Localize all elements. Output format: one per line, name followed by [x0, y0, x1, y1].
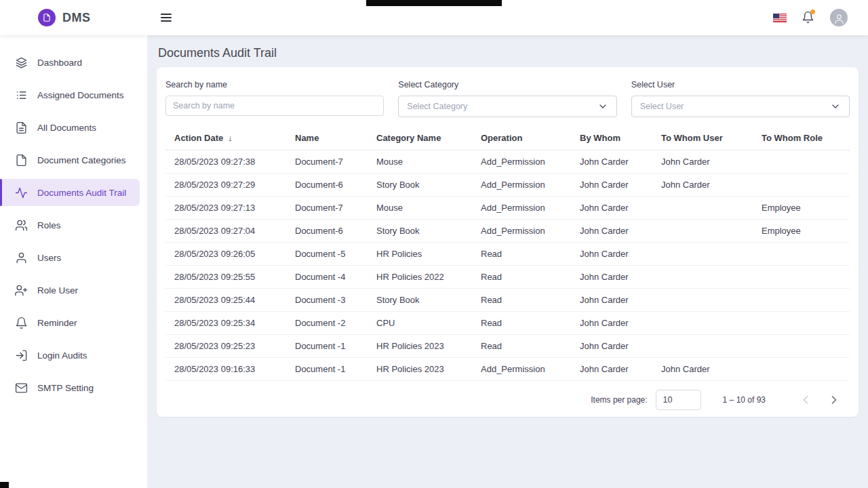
table-cell: Document -3	[286, 289, 368, 312]
next-page-button[interactable]	[825, 391, 843, 409]
table-row: 28/05/2023 09:27:13Document-7MouseAdd_Pe…	[165, 197, 850, 220]
chevron-left-icon	[799, 393, 812, 407]
chevron-right-icon	[827, 393, 841, 407]
table-cell: Employee	[753, 220, 850, 243]
top-notch-bar	[366, 0, 502, 6]
table-body: 28/05/2023 09:27:38Document-7MouseAdd_Pe…	[165, 150, 850, 381]
user-avatar[interactable]	[830, 9, 848, 26]
column-header-action-date[interactable]: Action Date↓	[165, 126, 286, 150]
table-cell: HR Policies 2023	[368, 358, 472, 381]
table-cell: John Carder	[652, 150, 753, 174]
table-cell: Add_Permission	[472, 150, 571, 174]
sidebar-item-all-documents[interactable]: All Documents	[0, 114, 140, 141]
user-select[interactable]: Select User	[631, 96, 850, 117]
items-per-page-input[interactable]	[656, 390, 701, 410]
table-cell: John Carder	[571, 220, 652, 243]
sidebar-item-assigned-documents[interactable]: Assigned Documents	[0, 81, 140, 108]
sidebar-item-login-audits[interactable]: Login Audits	[0, 342, 140, 369]
sidebar-item-reminder[interactable]: Reminder	[0, 309, 140, 336]
table-cell: 28/05/2023 09:26:05	[165, 243, 286, 266]
table-row: 28/05/2023 09:25:34Document -2CPUReadJoh…	[165, 312, 850, 335]
sidebar-item-label: Login Audits	[37, 350, 87, 361]
table-cell	[753, 150, 850, 174]
sidebar-item-role-user[interactable]: Role User	[0, 277, 140, 304]
table-cell: Document -4	[286, 266, 368, 289]
items-per-page-label: Items per page:	[591, 395, 647, 405]
notifications-bell-icon[interactable]	[802, 11, 815, 24]
sidebar-item-label: Document Categories	[37, 155, 126, 165]
sidebar-item-label: Assigned Documents	[37, 90, 124, 100]
user-filter: Select User Select User	[631, 80, 850, 117]
table-cell: 28/05/2023 09:25:44	[165, 289, 286, 312]
chevron-down-icon	[597, 101, 608, 112]
table-cell: Document-7	[286, 197, 368, 220]
category-label: Select Category	[398, 80, 616, 89]
sidebar-item-documents-audit-trail[interactable]: Documents Audit Trail	[0, 179, 140, 206]
table-header-row: Action Date↓NameCategory NameOperationBy…	[165, 126, 850, 150]
table-cell: Document -1	[286, 358, 368, 381]
notification-dot	[810, 9, 815, 14]
audit-table: Action Date↓NameCategory NameOperationBy…	[165, 126, 850, 381]
table-cell	[753, 243, 850, 266]
user-plus-icon	[15, 284, 28, 297]
table-cell: CPU	[368, 312, 472, 335]
table-cell: Document-6	[286, 220, 368, 243]
sidebar-item-label: All Documents	[37, 123, 96, 133]
category-select-value: Select Category	[407, 102, 467, 111]
search-label: Search by name	[165, 80, 384, 89]
column-header-category-name[interactable]: Category Name	[368, 126, 472, 150]
sidebar-item-label: Dashboard	[37, 58, 82, 68]
table-cell: John Carder	[571, 197, 652, 220]
table-cell: John Carder	[652, 174, 753, 197]
user-select-value: Select User	[640, 102, 684, 111]
sidebar-item-users[interactable]: Users	[0, 244, 140, 271]
table-cell	[753, 335, 850, 358]
table-cell: Read	[472, 289, 571, 312]
language-us-flag-icon[interactable]	[773, 14, 787, 22]
column-header-operation[interactable]: Operation	[472, 126, 571, 150]
table-cell: Story Book	[368, 220, 472, 243]
user-icon	[15, 251, 28, 264]
column-header-to-whom-role[interactable]: To Whom Role	[753, 126, 850, 150]
table-cell	[652, 312, 753, 335]
sidebar-item-document-categories[interactable]: Document Categories	[0, 146, 140, 174]
table-cell: 28/05/2023 09:25:34	[165, 312, 286, 335]
people-icon	[15, 219, 28, 232]
table-cell: Mouse	[368, 197, 472, 220]
sidebar-item-label: Reminder	[37, 318, 77, 328]
sidebar-item-roles[interactable]: Roles	[0, 211, 140, 239]
sidebar-item-smtp-setting[interactable]: SMTP Setting	[0, 374, 140, 401]
table-cell: 28/05/2023 09:27:04	[165, 220, 286, 243]
sidebar-item-dashboard[interactable]: Dashboard	[0, 49, 140, 76]
search-input[interactable]	[165, 96, 384, 116]
table-cell: Add_Permission	[472, 220, 571, 243]
bell-icon	[15, 317, 28, 329]
table-cell: Document -2	[286, 312, 368, 335]
table-cell: Document -1	[286, 335, 368, 358]
table-row: 28/05/2023 09:26:05Document -5HR Policie…	[165, 243, 850, 266]
sidebar-item-label: SMTP Setting	[37, 383, 94, 393]
file-icon	[15, 154, 28, 167]
column-header-to-whom-user[interactable]: To Whom User	[652, 126, 753, 150]
sidebar-item-label: Role User	[37, 285, 78, 296]
table-cell	[753, 289, 850, 312]
sort-descending-icon[interactable]: ↓	[228, 133, 233, 143]
table-cell: John Carder	[571, 150, 652, 174]
table-cell: Read	[472, 266, 571, 289]
table-cell: Employee	[753, 197, 850, 220]
category-filter: Select Category Select Category	[398, 80, 616, 117]
table-cell: 28/05/2023 09:16:33	[165, 358, 286, 381]
column-header-name[interactable]: Name	[286, 126, 368, 150]
table-cell: Read	[472, 243, 571, 266]
previous-page-button[interactable]	[797, 391, 814, 409]
column-header-by-whom[interactable]: By Whom	[571, 126, 652, 150]
table-cell: Read	[472, 312, 571, 335]
brand[interactable]: DMS	[0, 9, 147, 26]
table-cell: John Carder	[571, 358, 652, 381]
table-row: 28/05/2023 09:16:33Document -1HR Policie…	[165, 358, 850, 381]
category-select[interactable]: Select Category	[398, 96, 616, 117]
table-cell	[652, 289, 753, 312]
search-filter: Search by name	[165, 80, 384, 117]
table-cell: John Carder	[571, 312, 652, 335]
menu-toggle-icon[interactable]	[161, 7, 181, 28]
